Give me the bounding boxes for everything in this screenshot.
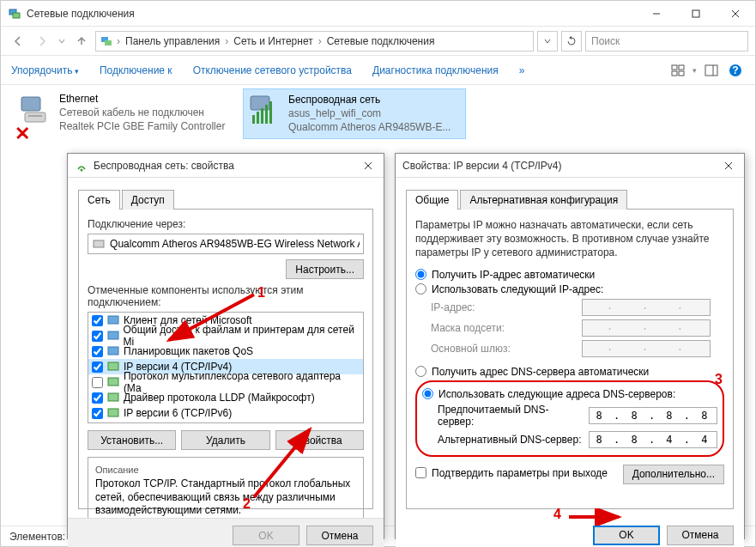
mask-label: Маска подсети: [431,322,577,334]
dns-pref-label: Предпочитаемый DNS-сервер: [438,404,584,428]
organize-menu[interactable]: Упорядочить [11,64,79,76]
cancel-button[interactable]: Отмена [306,526,373,545]
svg-rect-11 [679,71,684,76]
dropdown-button[interactable] [537,31,558,52]
checkbox[interactable] [92,346,103,357]
recent-button[interactable] [56,31,68,52]
chevron-right-icon: › [115,35,122,47]
svg-rect-42 [108,409,118,416]
tab-alt[interactable]: Альтернативная конфигурация [460,190,627,210]
wifi-device: Qualcomm Atheros AR9485WB-E... [288,120,451,134]
svg-rect-22 [261,108,263,124]
ip-auto-radio[interactable]: Получить IP-адрес автоматически [415,269,724,281]
search-input[interactable]: Поиск [585,31,748,52]
ethernet-icon [18,92,52,126]
status-count: Элементов: [9,531,65,543]
tab-network[interactable]: Сеть [78,190,120,210]
service-icon [106,344,120,358]
ip-manual-radio[interactable]: Использовать следующий IP-адрес: [415,283,724,295]
ethernet-device: Realtek PCIe GBE Family Controller [59,119,225,133]
wifi-adapter-item[interactable]: Беспроводная сеть asus_help_wifi_com Qua… [243,88,466,139]
service-icon [106,329,119,343]
checkbox[interactable] [92,315,103,326]
cancel-button[interactable]: Отмена [667,526,734,545]
chevron-right-icon: › [223,35,230,47]
svg-rect-40 [108,378,118,386]
breadcrumb-network[interactable]: Сеть и Интернет [232,35,314,47]
back-button[interactable] [8,31,28,52]
mask-input: . . . [582,319,711,337]
dns-manual-radio[interactable]: Использовать следующие адреса DNS-сервер… [422,388,717,400]
install-button[interactable]: Установить... [88,430,176,450]
tab-general[interactable]: Общие [406,190,458,210]
svg-rect-39 [108,362,118,370]
svg-rect-35 [94,240,104,247]
dns-alt-input[interactable] [589,431,717,448]
ethernet-adapter-item[interactable]: Ethernet Сетевой кабель не подключен Rea… [15,88,238,137]
svg-rect-36 [108,316,118,324]
checkbox[interactable] [92,392,103,404]
ethernet-name: Ethernet [59,92,225,106]
dns-alt-label: Альтернативный DNS-сервер: [438,434,584,446]
refresh-button[interactable] [561,31,582,52]
svg-rect-1 [13,13,20,18]
advanced-button[interactable]: Дополнительно... [623,465,724,484]
description-box: Описание Протокол TCP/IP. Стандартный пр… [88,457,364,520]
svg-rect-20 [252,115,255,124]
list-item: Протокол мультиплексора сетевого адаптер… [88,374,363,390]
network-icon [100,34,113,48]
disable-device-menu[interactable]: Отключение сетевого устройства [193,64,352,76]
svg-rect-37 [108,331,118,339]
ok-button[interactable]: OK [593,526,660,545]
dialog-title: Беспроводная сеть: свойства [94,160,360,172]
connect-to-menu[interactable]: Подключение к [100,64,172,76]
protocol-icon [106,406,120,420]
svg-rect-10 [672,71,677,76]
close-button[interactable] [360,157,377,174]
diagnose-menu[interactable]: Диагностика подключения [372,64,499,76]
dns-pref-input[interactable] [589,407,717,424]
svg-rect-23 [265,105,268,124]
close-button[interactable] [716,1,755,27]
protocol-icon [106,391,120,404]
minimize-button[interactable] [637,1,676,27]
dns-auto-radio[interactable]: Получить адрес DNS-сервера автоматически [415,366,724,378]
tab-access[interactable]: Доступ [122,190,174,210]
ethernet-status: Сетевой кабель не подключен [59,106,225,119]
svg-rect-3 [692,10,699,17]
maximize-button[interactable] [676,1,716,27]
breadcrumb[interactable]: › Панель управления › Сеть и Интернет › … [95,31,534,52]
svg-rect-21 [257,112,259,124]
desc-text: Протокол TCP/IP. Стандартный протокол гл… [95,477,356,518]
forward-button[interactable] [32,31,52,52]
checkbox[interactable] [92,377,103,388]
breadcrumb-root[interactable]: Панель управления [124,35,221,47]
checkbox[interactable] [92,362,103,373]
svg-rect-8 [672,65,677,70]
components-list[interactable]: Клиент для сетей Microsoft Общий доступ … [88,312,364,423]
checkbox[interactable] [92,331,103,342]
ip-input: . . . [582,299,711,316]
help-button[interactable]: ? [726,61,745,80]
wifi-status: asus_help_wifi_com [288,106,451,120]
breadcrumb-leaf[interactable]: Сетевые подключения [325,35,437,47]
more-menu[interactable]: » [519,64,525,76]
wifi-icon [247,93,281,127]
up-button[interactable] [71,31,92,52]
checkbox[interactable] [92,408,103,419]
properties-button[interactable]: Свойства [275,430,364,450]
validate-checkbox[interactable] [415,467,426,478]
wifi-name: Беспроводная сеть [288,93,451,106]
view-button[interactable] [668,61,687,80]
remove-button[interactable]: Удалить [181,430,269,450]
close-button[interactable] [720,157,737,174]
gateway-label: Основной шлюз: [431,343,577,355]
chevron-right-icon: › [317,35,324,47]
dialog-title: Свойства: IP версии 4 (TCP/IPv4) [402,160,720,172]
preview-pane-button[interactable] [702,61,721,80]
configure-button[interactable]: Настроить... [286,259,364,279]
ok-button[interactable]: OK [233,526,299,545]
ip-label: IP-адрес: [431,301,577,313]
gateway-input: . . . [582,340,711,357]
svg-text:?: ? [732,64,738,76]
